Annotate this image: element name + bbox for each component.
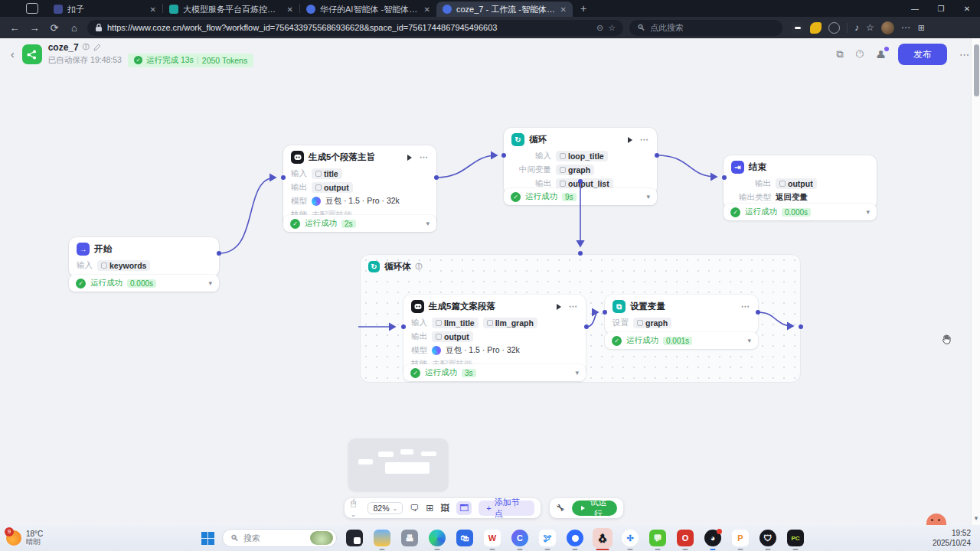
task-view-icon[interactable]	[345, 528, 364, 548]
chevron-down-icon[interactable]: ▾	[646, 193, 650, 201]
back-icon[interactable]: ←	[8, 22, 21, 34]
node-end[interactable]: ⇥ 结束 输出 output 输出类型 返回变量	[724, 155, 877, 209]
back-chevron-icon[interactable]: ‹	[11, 48, 15, 60]
chevron-down-icon[interactable]: ▾	[426, 220, 430, 227]
run-node-icon[interactable]	[407, 155, 412, 161]
node-set-variable-status[interactable]: ✓ 运行成功 0.001s ▾	[605, 332, 758, 349]
tab-close-icon[interactable]: ✕	[287, 5, 293, 14]
chevron-down-icon[interactable]: ▾	[575, 369, 579, 377]
tab-close-icon[interactable]: ✕	[150, 5, 156, 14]
bird-app-icon[interactable]: 🕊︎	[537, 528, 557, 548]
info-icon[interactable]: ⓘ	[416, 262, 423, 272]
refresh-icon[interactable]: ⟳	[47, 22, 61, 34]
tencent-meeting-icon[interactable]: ✣	[620, 528, 640, 548]
page-scrollbar[interactable]: ▼	[971, 38, 980, 525]
edit-icon[interactable]	[93, 44, 101, 51]
favorites-icon[interactable]: ☆	[866, 22, 874, 33]
browser-search-box[interactable]: 🔍︎ 点此搜索	[629, 20, 782, 36]
device-manager-icon[interactable]: 🖶︎	[400, 528, 420, 548]
extension-paw-icon[interactable]	[810, 22, 822, 34]
browser-menu-icon[interactable]: ⋯	[901, 22, 911, 33]
test-run-button[interactable]: 试运行	[572, 500, 617, 516]
new-tab-button[interactable]: +	[580, 2, 586, 15]
chevron-down-icon[interactable]: ▾	[866, 208, 870, 216]
scrollbar-thumb[interactable]	[974, 44, 979, 96]
auto-layout-icon[interactable]: ⊞	[426, 503, 433, 514]
duplicate-icon[interactable]: ⧉	[836, 48, 843, 60]
node-loop-status[interactable]: ✓ 运行成功 9s ▾	[504, 188, 657, 205]
qq-icon[interactable]: 🐧︎	[593, 528, 612, 548]
wps-icon[interactable]: W	[482, 528, 502, 548]
more-options-icon[interactable]: ⋯	[959, 49, 969, 60]
taskbar-clock[interactable]: 19:52 2025/10/24	[933, 528, 980, 548]
run-complete-badge[interactable]: ✓ 运行完成 13s 2050 Tokens	[128, 54, 253, 67]
start-button[interactable]	[201, 532, 214, 545]
restore-button[interactable]: ❐	[928, 0, 954, 17]
weather-widget[interactable]: 9 18°C 晴朗	[0, 530, 43, 546]
media-control-icon[interactable]: ♪	[854, 22, 859, 33]
minimap[interactable]	[348, 439, 448, 491]
run-node-icon[interactable]	[557, 304, 561, 310]
file-explorer-icon[interactable]	[372, 528, 392, 548]
node-menu-icon[interactable]: ⋯	[741, 302, 750, 311]
red-o-app-icon[interactable]: O	[675, 528, 695, 548]
doubao-app-icon[interactable]	[565, 528, 585, 548]
profile-avatar[interactable]	[881, 21, 894, 34]
tab-close-icon[interactable]: ✕	[424, 5, 430, 14]
home-icon[interactable]: ⌂	[67, 22, 81, 34]
obs-icon[interactable]: ◕	[703, 528, 723, 548]
run-node-icon[interactable]	[628, 137, 632, 143]
shield-app-icon[interactable]: 🛡︎	[758, 528, 778, 548]
close-button[interactable]: ✕	[954, 0, 980, 17]
workspaces-icon[interactable]	[26, 3, 38, 14]
address-bar[interactable]: https://www.coze.cn/work_flow?workflow_i…	[87, 20, 623, 36]
end-icon: ⇥	[731, 161, 744, 174]
status-text: 运行成功	[90, 278, 122, 289]
chevron-down-icon[interactable]: ▾	[747, 337, 751, 344]
extension-panda-icon[interactable]	[792, 22, 803, 34]
forward-icon[interactable]: →	[28, 22, 41, 34]
node-start[interactable]: → 开始 输入 keywords	[69, 237, 219, 277]
node-menu-icon[interactable]: ⋯	[420, 152, 429, 162]
taskbar-search-box[interactable]: 🔍︎ 搜索	[222, 529, 337, 547]
node-menu-icon[interactable]: ⋯	[640, 135, 649, 145]
workflow-canvas[interactable]: ‹ coze_7 ⓘ 已自动保存 19:48:53 ✓ 运行完成 13s 205…	[0, 38, 980, 525]
tab-agent[interactable]: 华仔的AI智能体 -智能体 - 扣子 ✕	[300, 2, 436, 17]
node-start-status[interactable]: ✓ 运行成功 0.000s ▾	[69, 275, 219, 292]
node-llm-paragraphs-status[interactable]: ✓ 运行成功 3s ▾	[403, 364, 586, 381]
zoom-level-dropdown[interactable]: 82% ⌄	[368, 502, 403, 514]
node-menu-icon[interactable]: ⋯	[569, 302, 578, 311]
cursor-mode-icon[interactable]: 🖰︎⌄	[351, 497, 361, 519]
collaborators-icon[interactable]: 👤︎	[876, 49, 886, 60]
pycharm-icon[interactable]: PC	[786, 528, 805, 548]
node-llm-outline-status[interactable]: ✓ 运行成功 2s ▾	[283, 215, 436, 232]
add-node-button[interactable]: + 添加节点	[479, 500, 534, 516]
info-icon[interactable]: ⓘ	[83, 42, 90, 52]
tab-koudzi[interactable]: 扣子 ✕	[47, 2, 162, 17]
microsoft-store-icon[interactable]: 🛍︎	[455, 528, 475, 548]
minimize-button[interactable]: —	[902, 0, 928, 17]
quark-browser-icon[interactable]: C	[510, 528, 530, 548]
node-set-variable[interactable]: ⧉ 设置变量 ⋯ 设置 graph	[605, 295, 758, 334]
publish-button[interactable]: 发布	[898, 44, 947, 65]
scroll-down-arrow-icon[interactable]: ▼	[973, 515, 979, 522]
edge-browser-icon[interactable]	[427, 528, 447, 548]
screenshot-icon[interactable]: 🖽︎	[440, 503, 449, 514]
chevron-down-icon[interactable]: ▾	[208, 279, 212, 287]
history-clock-icon[interactable]: 🕐︎	[856, 48, 864, 60]
p-app-icon[interactable]: P	[730, 528, 750, 548]
sidebar-toggle-icon[interactable]: ⊞	[918, 23, 925, 33]
assistant-mascot[interactable]	[926, 514, 946, 525]
debug-tool-icon[interactable]: 🔧︎	[556, 503, 565, 514]
wechat-icon[interactable]: 💬︎	[648, 528, 668, 548]
minimap-toggle-icon[interactable]: 🗔︎	[456, 501, 472, 515]
node-loop[interactable]: ↻ 循环 ⋯ 输入 loop_title 中间变量 graph 输出 outpu…	[504, 128, 657, 195]
comment-icon[interactable]: 🗨︎	[410, 503, 419, 514]
tab-coze7-active[interactable]: coze_7 - 工作流 -智能体平台 ✕	[436, 2, 573, 17]
tab-close-icon[interactable]: ✕	[560, 5, 567, 14]
tab-bailian[interactable]: 大模型服务平台百炼控制台 ✕	[163, 2, 299, 17]
node-end-status[interactable]: ✓ 运行成功 0.000s ▾	[724, 204, 877, 220]
extension-head-icon[interactable]	[828, 22, 840, 34]
bookmark-star-icon[interactable]: ☆	[608, 23, 616, 33]
zoom-out-icon[interactable]: ⊝	[596, 23, 603, 33]
